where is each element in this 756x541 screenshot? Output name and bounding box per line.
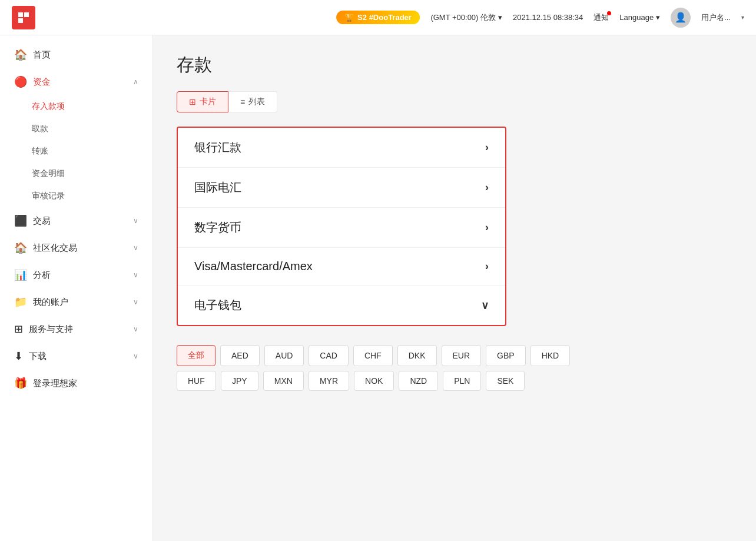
- list-view-label: 列表: [248, 97, 265, 107]
- sidebar-item-transfer[interactable]: 转账: [0, 140, 152, 162]
- currency-btn-pln[interactable]: PLN: [443, 371, 481, 391]
- trophy-icon: 🏆: [344, 13, 354, 22]
- currency-btn-cad[interactable]: CAD: [309, 345, 349, 366]
- service-icon: ⊞: [14, 323, 23, 336]
- currency-btn-dkk[interactable]: DKK: [397, 345, 437, 366]
- sidebar-item-withdraw[interactable]: 取款: [0, 118, 152, 140]
- logo[interactable]: [12, 6, 35, 29]
- currency-row-2: HUFJPYMXNMYRNOKNZDPLNSEK: [177, 371, 732, 391]
- trophy-badge: 🏆 S2 #DooTrader: [336, 11, 420, 24]
- header-center: 🏆 S2 #DooTrader: [336, 11, 420, 24]
- currency-btn-eur[interactable]: EUR: [442, 345, 482, 366]
- currency-btn-gbp[interactable]: GBP: [486, 345, 526, 366]
- card-view-label: 卡片: [200, 97, 216, 107]
- main-content: 存款 ⊞ 卡片 ≡ 列表 银行汇款 › 国际电汇 › 数字货币: [153, 35, 756, 541]
- list-icon: ≡: [240, 97, 245, 107]
- chevron-right-icon: ›: [485, 141, 489, 154]
- header-right: (GMT +00:00) 伦敦 ▾ 2021.12.15 08:38:34 通知…: [430, 8, 744, 28]
- payment-item-card[interactable]: Visa/Mastercard/Amex ›: [178, 248, 505, 286]
- chevron-down-icon: ∨: [481, 299, 489, 312]
- avatar[interactable]: 👤: [671, 8, 691, 28]
- currency-btn-mxn[interactable]: MXN: [263, 371, 304, 391]
- list-view-button[interactable]: ≡ 列表: [228, 91, 277, 112]
- payment-item-intl-wire[interactable]: 国际电汇 ›: [178, 168, 505, 208]
- chevron-down-icon: ∨: [133, 244, 138, 252]
- currency-btn-aud[interactable]: AUD: [264, 345, 304, 366]
- currency-btn-hkd[interactable]: HKD: [530, 345, 571, 366]
- datetime-display: 2021.12.15 08:38:34: [513, 13, 583, 22]
- chevron-up-icon: ∧: [133, 78, 138, 86]
- sidebar-item-label: 分析: [33, 270, 51, 281]
- notification-dot: [607, 11, 611, 15]
- username-display: 用户名...: [701, 12, 731, 23]
- sidebar-item-label: 我的账户: [33, 297, 68, 308]
- chevron-right-icon: ›: [485, 181, 489, 194]
- download-icon: ⬇: [14, 350, 23, 363]
- sidebar-item-label: 交易: [33, 215, 51, 227]
- currency-btn-sek[interactable]: SEK: [486, 371, 525, 391]
- currency-row-1: 全部AEDAUDCADCHFDKKEURGBPHKD: [177, 345, 732, 366]
- analysis-icon: 📊: [14, 268, 27, 281]
- currency-btn-nok[interactable]: NOK: [354, 371, 394, 391]
- sidebar-item-statement[interactable]: 资金明细: [0, 162, 152, 185]
- view-toggle: ⊞ 卡片 ≡ 列表: [177, 91, 732, 112]
- sidebar: 🏠 首页 🔴 资金 ∧ 存入款项 取款 转账 资金明细 审核记录 ⬛ 交易 ∨ …: [0, 35, 153, 541]
- currency-btn-myr[interactable]: MYR: [309, 371, 349, 391]
- trophy-label: S2 #DooTrader: [357, 13, 412, 22]
- chevron-down-icon: ▾: [498, 13, 502, 22]
- currency-filter-section: 全部AEDAUDCADCHFDKKEURGBPHKD HUFJPYMXNMYRN…: [177, 345, 732, 391]
- payment-item-label: Visa/Mastercard/Amex: [194, 260, 313, 273]
- payment-item-label: 国际电汇: [194, 180, 241, 195]
- chevron-right-icon: ›: [485, 260, 489, 273]
- currency-btn-chf[interactable]: CHF: [353, 345, 393, 366]
- chevron-down-icon: ∨: [133, 325, 138, 333]
- sidebar-item-label: 下载: [29, 351, 47, 362]
- sidebar-item-account[interactable]: 📁 我的账户 ∨: [0, 288, 152, 316]
- currency-btn-nzd[interactable]: NZD: [399, 371, 438, 391]
- trade-icon: ⬛: [14, 214, 27, 227]
- currency-btn-jpy[interactable]: JPY: [221, 371, 258, 391]
- sidebar-item-service[interactable]: ⊞ 服务与支持 ∨: [0, 316, 152, 343]
- currency-btn-huf[interactable]: HUF: [177, 371, 216, 391]
- payment-item-bank-transfer[interactable]: 银行汇款 ›: [178, 128, 505, 168]
- timezone-text: (GMT +00:00) 伦敦: [430, 12, 496, 23]
- payment-method-list: 银行汇款 › 国际电汇 › 数字货币 › Visa/Mastercard/Ame…: [177, 127, 506, 326]
- funds-icon: 🔴: [14, 75, 27, 88]
- chevron-down-icon: ∨: [133, 217, 138, 225]
- timezone-selector[interactable]: (GMT +00:00) 伦敦 ▾: [430, 12, 502, 23]
- payment-item-label: 数字货币: [194, 220, 241, 235]
- sidebar-item-login-ideal[interactable]: 🎁 登录理想家: [0, 370, 152, 397]
- payment-item-crypto[interactable]: 数字货币 ›: [178, 208, 505, 248]
- sidebar-item-social-trade[interactable]: 🏠 社区化交易 ∨: [0, 234, 152, 261]
- avatar-icon: 👤: [675, 12, 687, 23]
- notification-button[interactable]: 通知: [593, 12, 609, 23]
- sidebar-item-download[interactable]: ⬇ 下载 ∨: [0, 343, 152, 370]
- page-title: 存款: [177, 53, 732, 77]
- card-view-button[interactable]: ⊞ 卡片: [177, 91, 228, 112]
- payment-item-label: 银行汇款: [194, 140, 241, 155]
- sidebar-item-home[interactable]: 🏠 首页: [0, 41, 152, 68]
- profile-chevron-down-icon[interactable]: ▾: [741, 14, 744, 21]
- sidebar-item-trade[interactable]: ⬛ 交易 ∨: [0, 207, 152, 234]
- social-trade-icon: 🏠: [14, 241, 27, 254]
- sidebar-item-audit[interactable]: 审核记录: [0, 185, 152, 207]
- language-selector[interactable]: Language ▾: [619, 13, 660, 22]
- sidebar-item-deposit[interactable]: 存入款项: [0, 95, 152, 118]
- payment-item-label: 电子钱包: [194, 297, 241, 313]
- chevron-down-icon: ∨: [133, 352, 138, 360]
- payment-item-ewallet[interactable]: 电子钱包 ∨: [178, 286, 505, 325]
- currency-btn-all[interactable]: 全部: [177, 345, 215, 366]
- account-icon: 📁: [14, 296, 27, 308]
- layout: 🏠 首页 🔴 资金 ∧ 存入款项 取款 转账 资金明细 审核记录 ⬛ 交易 ∨ …: [0, 35, 756, 541]
- chevron-down-icon: ∨: [133, 298, 138, 306]
- currency-btn-aed[interactable]: AED: [220, 345, 260, 366]
- chevron-down-icon: ∨: [133, 271, 138, 279]
- gift-icon: 🎁: [14, 377, 27, 390]
- sidebar-item-label: 资金: [33, 77, 51, 88]
- sidebar-item-analysis[interactable]: 📊 分析 ∨: [0, 261, 152, 288]
- sidebar-item-funds[interactable]: 🔴 资金 ∧: [0, 68, 152, 95]
- sidebar-item-label: 服务与支持: [29, 324, 73, 335]
- sidebar-item-label: 首页: [33, 49, 51, 61]
- chevron-down-icon: ▾: [656, 13, 660, 22]
- sidebar-item-label: 社区化交易: [33, 243, 77, 254]
